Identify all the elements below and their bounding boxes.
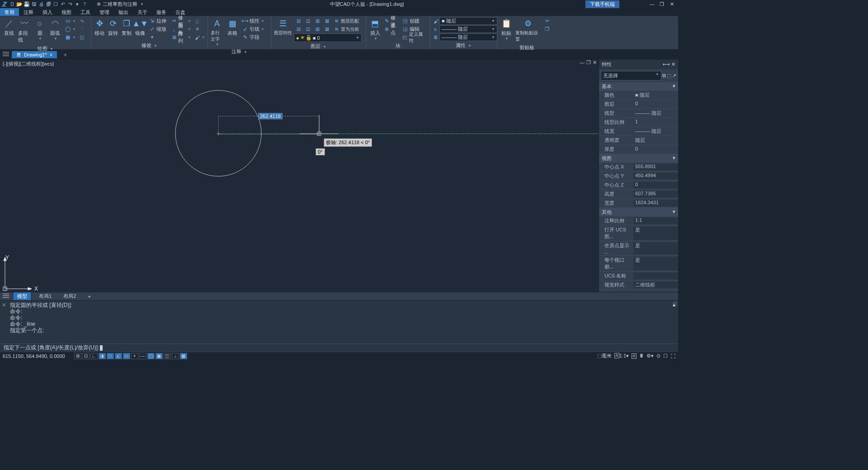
polyline-button[interactable]: 〰多段线 bbox=[17, 17, 32, 44]
panel-annot-title[interactable]: 注释 ▼ bbox=[210, 47, 269, 55]
tab-view[interactable]: 视图 bbox=[57, 8, 76, 16]
tab-annot[interactable]: 注释 bbox=[19, 8, 38, 16]
scale-button[interactable]: ⤢缩放 bbox=[147, 25, 170, 33]
layer-match-button[interactable]: ≋图层匹配 bbox=[332, 17, 360, 25]
select-objs-icon[interactable]: ↗ bbox=[672, 73, 676, 79]
erase-button[interactable]: ✕ bbox=[193, 25, 206, 33]
file-menu-button[interactable] bbox=[3, 51, 9, 59]
fullscreen-icon[interactable]: ⛶ bbox=[670, 353, 675, 359]
brush-button[interactable]: 🖌▾ bbox=[193, 33, 206, 41]
block-create-button[interactable]: ◳创建 bbox=[401, 17, 429, 25]
ortho-toggle[interactable]: ∟ bbox=[90, 353, 98, 359]
help-icon[interactable]: ? bbox=[81, 1, 88, 7]
move-button[interactable]: ✥移动 bbox=[93, 17, 106, 38]
isolate-icon[interactable]: ⊙ bbox=[656, 353, 660, 359]
annoscale-auto-icon[interactable]: ♜ bbox=[639, 353, 644, 359]
maximize-button[interactable]: ❐ bbox=[657, 1, 666, 7]
panel-layers-title[interactable]: 图层 ▼ bbox=[273, 42, 364, 50]
drawing-canvas[interactable]: [-][俯视][二维线框][wcs] — ❐ ✕ bbox=[0, 60, 599, 292]
qp-toggle[interactable]: ▣ bbox=[156, 353, 163, 359]
close-tab-button[interactable]: × bbox=[50, 52, 52, 57]
layer-tool-1[interactable]: ⊟ bbox=[294, 17, 303, 25]
file-tab[interactable]: 🖹 Drawing1* × bbox=[12, 51, 57, 58]
hatch-button[interactable]: ▦▾ bbox=[63, 33, 76, 41]
explode-button[interactable]: ✶ bbox=[147, 33, 170, 41]
clean-screen-icon[interactable]: ☐ bbox=[663, 353, 668, 359]
print-icon[interactable]: 🖨 bbox=[38, 1, 44, 7]
section-basic[interactable]: 基本▾ bbox=[599, 82, 678, 91]
rect-button[interactable]: ▭▾ bbox=[63, 17, 76, 25]
new-icon[interactable]: 🗋 bbox=[9, 1, 15, 7]
tab-service[interactable]: 服务 bbox=[152, 8, 171, 16]
tab-output[interactable]: 输出 bbox=[114, 8, 133, 16]
pick-add-icon[interactable]: ⬚ bbox=[667, 73, 671, 79]
sc-toggle[interactable]: ◫ bbox=[164, 353, 171, 359]
listall-button[interactable]: ≣ bbox=[432, 33, 439, 41]
circle-button[interactable]: ○圆▼ bbox=[33, 17, 47, 42]
layer-tool-8[interactable]: ⊠ bbox=[322, 25, 331, 33]
tab-manage[interactable]: 管理 bbox=[95, 8, 114, 16]
props-close-button[interactable]: ✕ bbox=[671, 61, 675, 67]
units-button[interactable]: ⬚毫米 bbox=[597, 352, 612, 359]
arc-button[interactable]: ◠圆弧▼ bbox=[48, 17, 62, 42]
point-button[interactable]: ∵ bbox=[77, 25, 86, 33]
copyclip-button[interactable]: ❐ bbox=[542, 25, 552, 33]
annoscale-sync-icon[interactable]: 🄰 bbox=[632, 353, 637, 359]
command-history[interactable]: ✕ 指定圆的半径或 [直径(D)]: 命令: 命令: 命令: _line 指定第… bbox=[0, 300, 678, 343]
undo-icon[interactable]: ↶ bbox=[60, 1, 66, 7]
add-layout-button[interactable]: + bbox=[84, 293, 94, 300]
ws-switch-icon[interactable]: ⚙▾ bbox=[646, 353, 654, 359]
model-toggle[interactable]: ▢ bbox=[147, 353, 155, 359]
insert-button[interactable]: ⬒插入▼ bbox=[368, 17, 382, 42]
layer-tool-5[interactable]: ⊟ bbox=[294, 25, 303, 33]
lineweight-combo[interactable]: ——— 随层▼ bbox=[439, 33, 497, 41]
download-mobile-button[interactable]: 下载手机端 bbox=[585, 0, 619, 8]
grid-toggle[interactable]: ⊞ bbox=[74, 353, 81, 359]
tab-home[interactable]: 常用 bbox=[0, 8, 19, 16]
ws-toggle[interactable]: ▦ bbox=[180, 353, 187, 359]
block-attdef-button[interactable]: ◰定义属性 bbox=[401, 33, 429, 41]
tab-model[interactable]: 模型 bbox=[14, 292, 31, 300]
array-button[interactable]: ⊞阵列▾ bbox=[170, 33, 192, 41]
section-other[interactable]: 其他▾ bbox=[599, 208, 678, 216]
tab-about[interactable]: 关于 bbox=[133, 8, 152, 16]
paste-button[interactable]: 📋粘贴▼ bbox=[499, 17, 514, 42]
command-line[interactable]: 指定下一点或 [角度(A)/长度(L)/放弃(U)]: bbox=[0, 343, 678, 352]
layer-setcurrent-button[interactable]: ≋置为当前 bbox=[332, 25, 360, 33]
mirror-button[interactable]: ▲▼镜像 bbox=[134, 17, 146, 38]
region-button[interactable]: ◫ bbox=[77, 33, 86, 41]
copy-settings-button[interactable]: ⚙复制粘贴设置 bbox=[514, 17, 542, 43]
otrack-toggle[interactable]: ∠ bbox=[115, 353, 122, 359]
layout-menu-button[interactable] bbox=[3, 292, 9, 300]
tab-layout2[interactable]: 布局2 bbox=[60, 292, 80, 300]
tab-layout1[interactable]: 布局1 bbox=[35, 292, 55, 300]
quick-select-icon[interactable]: ⧉ bbox=[662, 73, 666, 79]
coordinate-readout[interactable]: 615.1150, 564.8490, 0.0000 bbox=[3, 353, 65, 359]
cut-button[interactable]: ✂ bbox=[542, 17, 552, 25]
color-combo[interactable]: ■ 随层▼ bbox=[439, 17, 497, 25]
dim-toggle[interactable]: — bbox=[139, 353, 146, 359]
spline-button[interactable]: ∿ bbox=[77, 17, 86, 25]
panel-props-title[interactable]: 属性 ▼ bbox=[432, 41, 495, 49]
mtext-button[interactable]: A多行文字▼ bbox=[210, 17, 224, 47]
field-button[interactable]: ✎字段 bbox=[241, 33, 267, 41]
add-tab-button[interactable]: + bbox=[60, 51, 71, 58]
selection-combo[interactable]: 无选择▼ bbox=[601, 71, 661, 80]
dim-linear-button[interactable]: ⟷线性▾ bbox=[241, 17, 267, 25]
copy-button[interactable]: ❐复制 bbox=[120, 17, 133, 38]
layer-tool-7[interactable]: ⊞ bbox=[313, 25, 322, 33]
preview-icon[interactable]: 🗐 bbox=[45, 1, 52, 7]
layer-props-button[interactable]: ☰图层特性 bbox=[273, 17, 293, 37]
dyn-toggle[interactable]: + bbox=[131, 353, 138, 359]
annoscale-button[interactable]: 🄰1:1▾ bbox=[614, 353, 629, 359]
layer-tool-3[interactable]: ⊞ bbox=[313, 17, 322, 25]
section-view[interactable]: 视图▾ bbox=[599, 154, 678, 163]
layer-tool-6[interactable]: ⊡ bbox=[303, 25, 312, 33]
table-button[interactable]: ▦表格 bbox=[225, 17, 240, 38]
workspace-selector[interactable]: ✲ 二维草图与注释 ▼ bbox=[92, 0, 148, 8]
lwt-toggle[interactable]: ▭ bbox=[123, 353, 130, 359]
tab-insert[interactable]: 插入 bbox=[38, 8, 57, 16]
dynamic-dim-input[interactable]: 262.4118 bbox=[259, 113, 282, 119]
saveas-icon[interactable]: 🖫 bbox=[31, 1, 37, 7]
ellipse-button[interactable]: ◯▾ bbox=[63, 25, 76, 33]
